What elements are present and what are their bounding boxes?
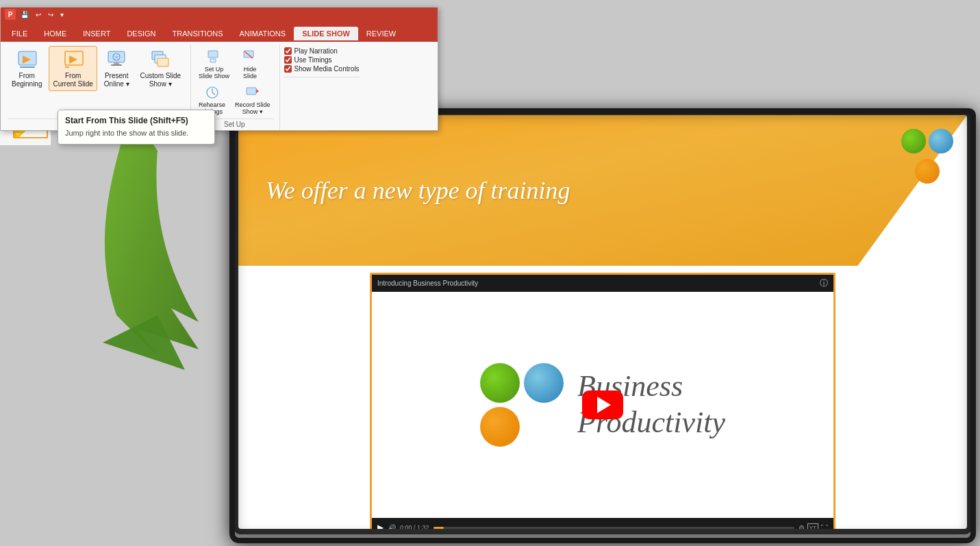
tab-animations[interactable]: ANIMATIONS xyxy=(231,27,294,40)
video-circle-orange xyxy=(480,407,520,447)
quick-access-toolbar: P 💾 ↩ ↪ ▾ xyxy=(1,8,438,21)
redo-qa-button[interactable]: ↪ xyxy=(46,11,55,18)
svg-marker-21 xyxy=(256,89,259,93)
svg-rect-2 xyxy=(20,66,35,68)
present-online-button[interactable]: PresentOnline ▾ xyxy=(100,46,134,91)
ribbon-setup-buttons: Set UpSlide Show HideSlide xyxy=(195,45,274,117)
video-circles-row-top xyxy=(480,363,564,403)
video-progress-bar[interactable] xyxy=(434,527,794,529)
logo-circle-green xyxy=(901,129,926,153)
svg-rect-20 xyxy=(247,88,256,95)
rehearse-icon xyxy=(205,85,220,100)
video-time-display: 0:00 / 1:32 xyxy=(400,524,429,529)
video-volume-control[interactable]: 🔊 xyxy=(388,524,396,530)
play-narration-label: Play Narration xyxy=(294,47,338,55)
video-controls: ▶ 🔊 0:00 / 1:32 ⚙ YT ⛶ xyxy=(372,518,833,529)
custom-slide-show-icon xyxy=(149,49,171,71)
logo-circle-blue xyxy=(929,129,953,153)
svg-marker-22 xyxy=(103,315,185,370)
video-circles xyxy=(480,363,564,447)
slide-logo-area xyxy=(901,129,953,184)
svg-rect-7 xyxy=(114,62,119,64)
custom-slide-show-label: Custom SlideShow ▾ xyxy=(140,72,181,88)
slide-banner: We offer a new type of training xyxy=(238,115,967,266)
video-titlebar: Introducing Business Productivity ⓘ xyxy=(372,275,833,292)
record-slide-show-button[interactable]: Record SlideShow ▾ xyxy=(231,83,274,117)
tooltip-title: Start From This Slide (Shift+F5) xyxy=(65,116,208,125)
tab-file[interactable]: FILE xyxy=(3,27,36,40)
video-progress-fill xyxy=(434,527,444,529)
svg-rect-13 xyxy=(208,51,218,58)
ribbon-group-monitors: Play Narration Use Timings Show Media Co… xyxy=(281,45,365,130)
presentation-area: We offer a new type of training Introduc… xyxy=(233,110,972,534)
from-beginning-icon xyxy=(16,49,38,71)
undo-qa-button[interactable]: ↩ xyxy=(34,11,43,18)
svg-line-19 xyxy=(212,92,215,95)
play-narration-input[interactable] xyxy=(284,47,292,55)
from-current-slide-button[interactable]: FromCurrent Slide xyxy=(49,46,97,91)
svg-rect-12 xyxy=(158,58,168,66)
video-fullscreen-icon[interactable]: ⛶ xyxy=(821,524,828,530)
tab-transitions[interactable]: TRANSITIONS xyxy=(164,27,231,40)
hide-slide-button[interactable]: HideSlide xyxy=(236,47,264,82)
video-title-text: Introducing Business Productivity xyxy=(377,280,478,287)
present-online-icon xyxy=(105,49,127,71)
ribbon-checkboxes: Play Narration Use Timings Show Media Co… xyxy=(284,45,360,75)
video-youtube-icon[interactable]: YT xyxy=(807,523,818,530)
video-circles-row-bottom xyxy=(480,407,564,447)
svg-rect-14 xyxy=(210,59,216,62)
video-container: Introducing Business Productivity ⓘ xyxy=(370,273,835,529)
tooltip-popup: Start From This Slide (Shift+F5) Jump ri… xyxy=(58,110,215,145)
record-icon xyxy=(245,85,260,100)
slide-thumb-text: We a... xyxy=(16,132,25,136)
app-icon: P xyxy=(5,9,16,20)
video-play-control[interactable]: ▶ xyxy=(377,523,384,529)
play-triangle-icon xyxy=(597,397,611,413)
video-controls-right: ⚙ YT ⛶ xyxy=(799,523,828,530)
logo-circle-orange xyxy=(915,159,940,184)
setup-row1: Set UpSlide Show HideSlide xyxy=(195,47,264,82)
tab-insert[interactable]: INSERT xyxy=(75,27,118,40)
logo-circles-bottom xyxy=(915,159,940,184)
ribbon-group-buttons-start: FromBeginning FromCurrent Slide xyxy=(8,45,185,117)
show-media-checkbox[interactable]: Show Media Controls xyxy=(284,65,360,73)
svg-rect-5 xyxy=(65,66,69,68)
slide-content: We offer a new type of training Introduc… xyxy=(238,115,967,529)
hide-slide-icon xyxy=(242,49,257,64)
logo-circles-top xyxy=(901,129,953,153)
video-screen: Business Productivity xyxy=(372,292,833,518)
tab-slideshow[interactable]: SLIDE SHOW xyxy=(294,27,358,40)
use-timings-label: Use Timings xyxy=(294,56,332,64)
ribbon-tabs: FILE HOME INSERT DESIGN TRANSITIONS ANIM… xyxy=(1,21,438,40)
set-up-icon xyxy=(207,49,222,64)
play-narration-checkbox[interactable]: Play Narration xyxy=(284,47,360,55)
set-up-slide-show-button[interactable]: Set UpSlide Show xyxy=(195,47,233,82)
from-current-label: FromCurrent Slide xyxy=(53,72,92,88)
show-media-input[interactable] xyxy=(284,65,292,73)
save-qa-button[interactable]: 💾 xyxy=(18,11,31,18)
video-play-button[interactable] xyxy=(582,390,623,419)
tab-design[interactable]: DESIGN xyxy=(118,27,164,40)
show-media-label: Show Media Controls xyxy=(294,65,360,73)
tooltip-body: Jump right into the show at this slide. xyxy=(65,128,208,138)
tab-review[interactable]: REVIEW xyxy=(358,27,404,40)
slide-title: We offer a new type of training xyxy=(266,176,570,205)
video-circle-green xyxy=(480,363,520,403)
svg-rect-8 xyxy=(111,64,122,66)
from-beginning-button[interactable]: FromBeginning xyxy=(8,46,46,91)
customize-qa-button[interactable]: ▾ xyxy=(58,11,66,18)
video-settings-icon[interactable]: ⚙ xyxy=(799,524,805,530)
from-beginning-label: FromBeginning xyxy=(12,72,42,88)
video-info-icon[interactable]: ⓘ xyxy=(820,277,828,289)
use-timings-checkbox[interactable]: Use Timings xyxy=(284,56,360,64)
set-up-label: Set UpSlide Show xyxy=(199,66,229,79)
present-online-label: PresentOnline ▾ xyxy=(104,72,129,88)
custom-slide-show-button[interactable]: Custom SlideShow ▾ xyxy=(136,46,185,91)
use-timings-input[interactable] xyxy=(284,56,292,64)
hide-slide-label: HideSlide xyxy=(243,66,257,79)
tab-home[interactable]: HOME xyxy=(36,27,75,40)
from-current-icon xyxy=(62,49,84,71)
ribbon-group-label-monitors xyxy=(284,77,360,81)
video-circle-blue xyxy=(524,363,564,403)
record-label: Record SlideShow ▾ xyxy=(235,101,271,115)
